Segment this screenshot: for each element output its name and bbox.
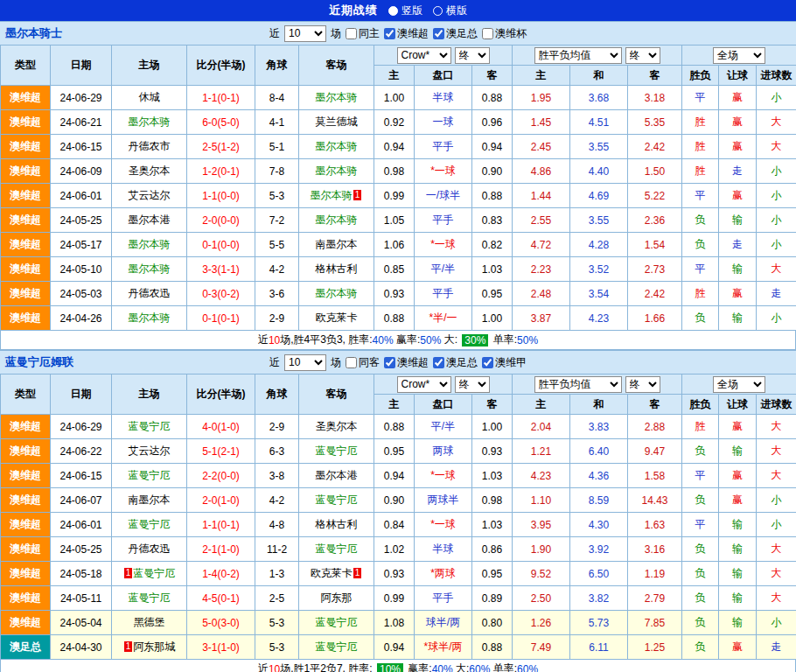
handicap-cell: 一/球半 xyxy=(415,184,472,208)
page-root: 近期战绩 竖版 横版 墨尔本骑士近10场同主澳维超澳足总澳维杯类型日期主场比分(… xyxy=(0,0,796,672)
league-cell: 澳维超 xyxy=(1,488,51,513)
mean-away-cell: 5.35 xyxy=(628,110,682,135)
away-odds-cell: 1.03 xyxy=(472,513,513,537)
home-team-cell: 墨尔本骑 xyxy=(112,233,187,257)
result-handicap-cell: 输 xyxy=(719,562,757,586)
mean-final-select[interactable]: 终 xyxy=(625,47,660,64)
filter-checkbox-澳维超[interactable] xyxy=(384,28,395,39)
scope-select-cell: 全场 xyxy=(682,46,796,66)
filter-澳维甲[interactable]: 澳维甲 xyxy=(482,355,527,370)
score-cell: 2-0(0-0) xyxy=(187,208,255,233)
filter-checkbox-同客[interactable] xyxy=(346,357,357,368)
filter-checkbox-澳维超[interactable] xyxy=(384,357,395,368)
filter-controls: 近10场同客澳维超澳足总澳维甲 xyxy=(269,354,527,371)
date-cell: 24-06-22 xyxy=(51,439,112,464)
result-goals-cell: 大 xyxy=(757,537,796,562)
match-count-select[interactable]: 10 xyxy=(284,25,326,42)
filter-澳维杯[interactable]: 澳维杯 xyxy=(482,26,527,41)
score-cell: 2-1(1-0) xyxy=(187,537,255,562)
filter-label: 澳维超 xyxy=(397,355,429,370)
away-odds-cell: 0.98 xyxy=(472,488,513,513)
home-odds-cell: 0.88 xyxy=(374,306,415,331)
result-wdl-cell: 负 xyxy=(682,208,719,233)
team-name-text: 蓝曼宁厄 xyxy=(129,518,171,530)
col-subheader: 客 xyxy=(472,395,513,415)
match-row: 澳维超24-06-21墨尔本骑6-0(5-0)4-1莫兰德城0.92一球0.96… xyxy=(1,110,796,135)
filter-checkbox-澳足总[interactable] xyxy=(433,357,444,368)
mean-odds-select[interactable]: 胜平负均值 xyxy=(534,47,622,64)
league-cell: 澳维超 xyxy=(1,513,51,537)
score-cell: 1-1(0-0) xyxy=(187,184,255,208)
handicap-cell: *一球 xyxy=(415,159,472,184)
unit-label: 场 xyxy=(331,355,341,370)
filter-澳维超[interactable]: 澳维超 xyxy=(384,26,429,41)
odds-final-select[interactable]: 终 xyxy=(455,47,490,64)
mean-final-select[interactable]: 终 xyxy=(625,376,660,393)
result-handicap-cell: 赢 xyxy=(719,135,757,159)
summary-part: 大: xyxy=(441,332,460,347)
score-cell: 2-2(0-0) xyxy=(187,464,255,488)
corner-cell: 2-9 xyxy=(255,306,299,331)
score-cell: 6-0(5-0) xyxy=(187,110,255,135)
away-odds-cell: 0.88 xyxy=(472,86,513,110)
filter-checkbox-澳足总[interactable] xyxy=(433,28,444,39)
mean-home-cell: 3.95 xyxy=(513,513,570,537)
filter-checkbox-澳维杯[interactable] xyxy=(482,28,493,39)
layout-radio-horizontal[interactable]: 横版 xyxy=(433,4,467,18)
handicap-cell: 半球 xyxy=(415,537,472,562)
home-team-cell: 蓝曼宁厄 xyxy=(112,415,187,439)
mean-away-cell: 1.54 xyxy=(628,233,682,257)
team-name-text: 丹德农迅 xyxy=(129,287,171,299)
handicap-cell: *一球 xyxy=(415,464,472,488)
home-odds-cell: 0.95 xyxy=(374,439,415,464)
away-odds-cell: 0.94 xyxy=(472,135,513,159)
corner-cell: 6-3 xyxy=(255,439,299,464)
odds-final-select[interactable]: 终 xyxy=(455,376,490,393)
away-team-cell: 蓝曼宁厄 xyxy=(299,635,374,660)
result-wdl-cell: 负 xyxy=(682,611,719,635)
team-name-text: 蓝曼宁厄 xyxy=(129,592,171,604)
match-count-select[interactable]: 10 xyxy=(284,354,326,371)
match-row: 澳维超24-05-25丹德农迅2-1(1-0)11-2蓝曼宁厄1.02半球0.8… xyxy=(1,537,796,562)
filter-同客[interactable]: 同客 xyxy=(346,355,380,370)
scope-select[interactable]: 全场 xyxy=(713,47,765,64)
home-team-cell: 丹德农市 xyxy=(112,135,187,159)
home-odds-cell: 0.94 xyxy=(374,635,415,660)
match-row: 澳维超24-06-07南墨尔本2-0(1-0)4-2蓝曼宁厄0.90两球半0.9… xyxy=(1,488,796,513)
filter-澳足总[interactable]: 澳足总 xyxy=(433,355,478,370)
home-team-cell: 墨尔本港 xyxy=(112,208,187,233)
mean-away-cell: 5.22 xyxy=(628,184,682,208)
date-cell: 24-06-15 xyxy=(51,464,112,488)
team-name-text: 墨尔本骑 xyxy=(311,189,353,201)
team-name-text: 墨尔本骑 xyxy=(129,262,171,275)
home-team-cell: 蓝曼宁厄 xyxy=(112,586,187,611)
away-team-cell: 格林古利 xyxy=(299,257,374,282)
away-odds-cell: 0.95 xyxy=(472,282,513,306)
filter-label: 同客 xyxy=(359,355,380,370)
unit-label: 场 xyxy=(331,26,341,41)
corner-cell: 3-8 xyxy=(255,464,299,488)
odds-company-select[interactable]: Crow* xyxy=(397,376,451,393)
result-wdl-cell: 胜 xyxy=(682,159,719,184)
red-card-badge: 1 xyxy=(353,190,362,200)
scope-select[interactable]: 全场 xyxy=(713,376,765,393)
odds-company-select[interactable]: Crow* xyxy=(397,47,451,64)
match-row: 澳维超24-05-04黑德堡5-0(3-0)5-3蓝曼宁厄1.08球半/两0.8… xyxy=(1,611,796,635)
filter-checkbox-澳维甲[interactable] xyxy=(482,357,493,368)
handicap-cell: *一球 xyxy=(415,233,472,257)
filter-澳足总[interactable]: 澳足总 xyxy=(433,26,478,41)
filter-label: 同主 xyxy=(359,26,380,41)
filter-澳维超[interactable]: 澳维超 xyxy=(384,355,429,370)
away-odds-cell: 1.03 xyxy=(472,464,513,488)
filter-同主[interactable]: 同主 xyxy=(346,26,380,41)
mean-home-cell: 2.04 xyxy=(513,415,570,439)
filter-checkbox-同主[interactable] xyxy=(346,28,357,39)
home-odds-cell: 0.84 xyxy=(374,513,415,537)
league-cell: 澳维超 xyxy=(1,415,51,439)
summary-part: 近 xyxy=(258,662,269,672)
result-goals-cell: 走 xyxy=(757,282,796,306)
layout-radio-vertical[interactable]: 竖版 xyxy=(388,4,422,18)
date-cell: 24-06-01 xyxy=(51,184,112,208)
mean-odds-select[interactable]: 胜平负均值 xyxy=(534,376,622,393)
mean-draw-cell: 3.52 xyxy=(570,257,628,282)
